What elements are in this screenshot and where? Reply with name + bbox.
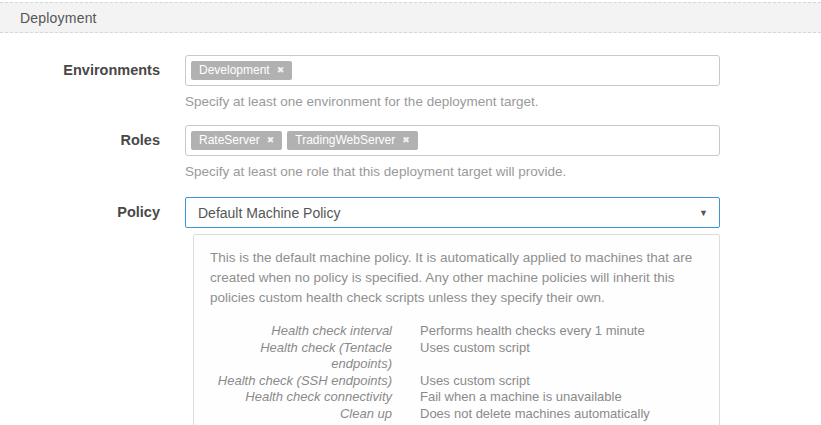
policy-description-panel: This is the default machine policy. It i…: [193, 234, 720, 425]
role-tag-label: RateServer: [199, 134, 260, 146]
policy-detail-row: Health check interval Performs health ch…: [210, 323, 703, 340]
detail-name: Health check (Tentacle endpoints): [210, 340, 392, 373]
environment-tag: Development ✖: [191, 61, 292, 80]
detail-name: Health check (SSH endpoints): [210, 373, 392, 390]
remove-tag-icon[interactable]: ✖: [402, 136, 410, 145]
policy-select-value: Default Machine Policy: [198, 205, 340, 221]
environments-input[interactable]: Development ✖: [185, 55, 720, 86]
policy-detail-list: Health check interval Performs health ch…: [210, 323, 703, 423]
policy-detail-row: Health check (Tentacle endpoints) Uses c…: [210, 340, 703, 373]
detail-name: Health check connectivity: [210, 389, 392, 406]
roles-control: RateServer ✖ TradingWebServer ✖ Specify …: [185, 125, 720, 179]
roles-help-text: Specify at least one role that this depl…: [185, 164, 720, 179]
environment-tag-label: Development: [199, 64, 270, 76]
environments-row: Environments Development ✖ Specify at le…: [0, 55, 821, 109]
detail-name: Health check interval: [210, 323, 392, 340]
policy-row: Policy Default Machine Policy ▼ This is …: [0, 197, 821, 425]
section-header: Deployment: [0, 2, 821, 33]
policy-detail-row: Clean up Does not delete machines automa…: [210, 406, 703, 423]
dropdown-arrow-icon: ▼: [699, 207, 708, 217]
roles-input[interactable]: RateServer ✖ TradingWebServer ✖: [185, 125, 720, 156]
deployment-settings-page: Deployment Environments Development ✖ Sp…: [0, 2, 821, 425]
remove-tag-icon[interactable]: ✖: [267, 136, 275, 145]
detail-value: Performs health checks every 1 minute: [420, 323, 703, 340]
roles-label: Roles: [0, 125, 160, 148]
deployment-form: Environments Development ✖ Specify at le…: [0, 33, 821, 425]
policy-description-text: This is the default machine policy. It i…: [210, 248, 703, 308]
remove-tag-icon[interactable]: ✖: [277, 66, 285, 75]
environments-help-text: Specify at least one environment for the…: [185, 94, 720, 109]
roles-row: Roles RateServer ✖ TradingWebServer ✖ Sp…: [0, 125, 821, 179]
environments-control: Development ✖ Specify at least one envir…: [185, 55, 720, 109]
detail-value: Uses custom script: [420, 373, 703, 390]
role-tag: TradingWebServer ✖: [287, 131, 418, 150]
detail-value: Fail when a machine is unavailable: [420, 389, 703, 406]
detail-value: Does not delete machines automatically: [420, 406, 703, 423]
policy-control: Default Machine Policy ▼ This is the def…: [185, 197, 720, 425]
environments-label: Environments: [0, 55, 160, 78]
detail-value: Uses custom script: [420, 340, 703, 373]
policy-detail-row: Health check connectivity Fail when a ma…: [210, 389, 703, 406]
policy-label: Policy: [0, 197, 160, 220]
policy-detail-row: Health check (SSH endpoints) Uses custom…: [210, 373, 703, 390]
section-title: Deployment: [20, 10, 97, 26]
policy-select[interactable]: Default Machine Policy ▼: [185, 197, 720, 228]
role-tag-label: TradingWebServer: [295, 134, 395, 146]
role-tag: RateServer ✖: [191, 131, 282, 150]
detail-name: Clean up: [210, 406, 392, 423]
